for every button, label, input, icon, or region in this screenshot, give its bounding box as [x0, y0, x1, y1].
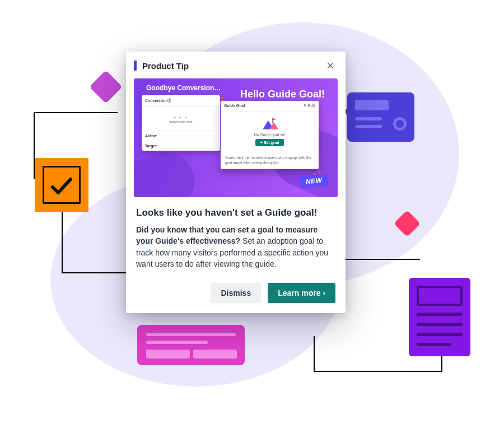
new-card-header: Guide Goal [224, 104, 245, 108]
new-card-footer: Goals track the number of users who enga… [221, 152, 319, 169]
hero-illustration: Goodbye Conversion… Hello Guide Goal! ➜ … [134, 78, 338, 197]
dismiss-button[interactable]: Dismiss [211, 283, 261, 303]
close-icon [326, 61, 335, 70]
dialog-eyebrow: Product Tip [142, 61, 189, 71]
svg-marker-5 [273, 118, 276, 120]
new-guide-goal-card: Guide Goal ✎ Edit No Guide goal set + Se… [221, 101, 319, 169]
accent-stripe [134, 61, 137, 71]
new-card-edit: ✎ Edit [304, 104, 315, 108]
product-tip-dialog: Product Tip Goodbye Conversion… Hello Gu… [126, 52, 346, 313]
tooltip-card-icon [347, 92, 414, 142]
banner-card-icon [137, 325, 245, 365]
new-badge: NEW [300, 175, 328, 187]
old-card-header: Conversion ⓘ [142, 95, 220, 107]
connector-line [314, 371, 442, 372]
diamond-icon [89, 70, 122, 103]
old-card-row: Active [142, 131, 220, 141]
dialog-headline: Looks like you haven't set a Guide goal! [136, 207, 335, 218]
document-card-icon [409, 278, 470, 356]
old-conversion-card: Conversion ⓘ – – – conversion rate Activ… [142, 95, 220, 151]
set-goal-chip: + Set goal [255, 139, 284, 146]
old-card-row: Target [142, 141, 220, 151]
dialog-body: Did you know that you can set a goal to … [136, 224, 335, 269]
hero-hello-text: Hello Guide Goal! [240, 89, 325, 100]
no-goal-text: No Guide goal set [254, 133, 285, 137]
old-card-metric: – – – [174, 115, 188, 119]
connector-line [336, 259, 420, 260]
close-button[interactable] [323, 58, 338, 73]
connector-line [62, 212, 63, 273]
learn-more-button[interactable]: Learn more › [268, 283, 335, 303]
connector-line [441, 356, 442, 372]
connector-line [314, 336, 315, 372]
hero-goodbye-text: Goodbye Conversion… [146, 84, 221, 92]
mountain-flag-icon [260, 117, 279, 131]
checkbox-card-icon [35, 158, 88, 212]
old-card-sub: conversion rate [169, 120, 192, 123]
connector-line [34, 112, 118, 113]
